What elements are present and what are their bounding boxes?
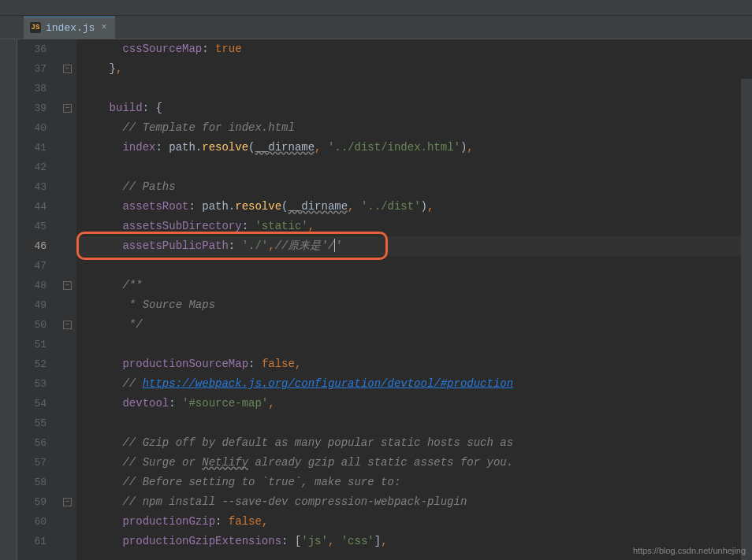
line-number: 40 bbox=[17, 118, 47, 138]
fold-toggle-icon[interactable]: − bbox=[63, 321, 72, 329]
fold-toggle-icon[interactable]: − bbox=[63, 498, 72, 506]
code-line[interactable] bbox=[83, 335, 752, 354]
code-line[interactable]: devtool: '#source-map', bbox=[83, 394, 752, 414]
line-number: 39 bbox=[17, 98, 47, 118]
code-line[interactable]: assetsRoot: path.resolve(__dirname, '../… bbox=[83, 197, 752, 217]
line-number: 56 bbox=[17, 433, 47, 453]
line-number: 41 bbox=[17, 138, 47, 158]
js-file-icon: JS bbox=[30, 22, 41, 33]
code-line[interactable]: productionGzip: false, bbox=[83, 512, 752, 532]
line-number-gutter[interactable]: 36 37 38 39 40 41 42 43 44 45 46 47 48 4… bbox=[17, 39, 61, 560]
line-number: 42 bbox=[17, 158, 47, 177]
watermark-text: https://blog.csdn.net/unhejing bbox=[633, 546, 746, 555]
code-editor[interactable]: cssSourceMap: true }, build: { // Templa… bbox=[76, 39, 752, 560]
editor-tab-bar: JS index.js × bbox=[0, 16, 752, 39]
code-line[interactable]: /** bbox=[83, 276, 752, 295]
line-number: 43 bbox=[17, 177, 47, 197]
line-number: 37 bbox=[17, 59, 47, 79]
vertical-scrollbar[interactable] bbox=[741, 79, 752, 560]
code-line[interactable]: // Gzip off by default as many popular s… bbox=[83, 433, 752, 453]
code-line[interactable] bbox=[83, 79, 752, 98]
fold-toggle-icon[interactable]: − bbox=[63, 104, 72, 113]
line-number: 50 bbox=[17, 315, 47, 335]
code-line[interactable]: assetsSubDirectory: 'static', bbox=[83, 217, 752, 236]
line-number-current: 46 bbox=[17, 236, 47, 256]
code-line[interactable] bbox=[83, 158, 752, 177]
line-number: 61 bbox=[17, 532, 47, 551]
line-number: 51 bbox=[17, 335, 47, 354]
close-icon[interactable]: × bbox=[99, 22, 108, 33]
code-line[interactable]: // Before setting to `true`, make sure t… bbox=[83, 473, 752, 492]
text-caret bbox=[334, 239, 335, 252]
code-line[interactable] bbox=[83, 256, 752, 276]
tool-window-stripe[interactable] bbox=[0, 39, 17, 560]
code-line[interactable] bbox=[83, 414, 752, 433]
tab-label: index.js bbox=[46, 22, 95, 34]
code-line[interactable]: }, bbox=[83, 59, 752, 79]
window-top-bar bbox=[0, 0, 752, 16]
line-number: 60 bbox=[17, 512, 47, 532]
code-line[interactable]: // npm install --save-dev compression-we… bbox=[83, 492, 752, 512]
fold-toggle-icon[interactable]: − bbox=[63, 65, 72, 73]
code-line[interactable]: build: { bbox=[83, 98, 752, 118]
tab-index-js[interactable]: JS index.js × bbox=[24, 17, 115, 39]
fold-gutter: − − − − − bbox=[61, 39, 76, 560]
code-line[interactable]: // Paths bbox=[83, 177, 752, 197]
line-number: 38 bbox=[17, 79, 47, 98]
line-number: 47 bbox=[17, 256, 47, 276]
line-number: 45 bbox=[17, 217, 47, 236]
code-line[interactable]: index: path.resolve(__dirname, '../dist/… bbox=[83, 138, 752, 158]
line-number: 48 bbox=[17, 276, 47, 295]
line-number: 49 bbox=[17, 295, 47, 315]
line-number: 52 bbox=[17, 354, 47, 374]
fold-toggle-icon[interactable]: − bbox=[63, 281, 72, 290]
line-number: 57 bbox=[17, 453, 47, 473]
code-line[interactable]: // Template for index.html bbox=[83, 118, 752, 138]
code-line[interactable]: // Surge or Netlify already gzip all sta… bbox=[83, 453, 752, 473]
line-number: 54 bbox=[17, 394, 47, 414]
line-number: 36 bbox=[17, 39, 47, 59]
code-line-current[interactable]: assetsPublicPath: './',//原来是'/' bbox=[83, 236, 752, 256]
code-line[interactable]: cssSourceMap: true bbox=[83, 39, 752, 59]
line-number: 55 bbox=[17, 414, 47, 433]
code-line[interactable]: productionSourceMap: false, bbox=[83, 354, 752, 374]
line-number: 53 bbox=[17, 374, 47, 394]
code-line[interactable]: */ bbox=[83, 315, 752, 335]
line-number: 58 bbox=[17, 473, 47, 492]
editor-area: 36 37 38 39 40 41 42 43 44 45 46 47 48 4… bbox=[0, 39, 752, 560]
code-line[interactable]: * Source Maps bbox=[83, 295, 752, 315]
line-number: 44 bbox=[17, 197, 47, 217]
code-line[interactable]: // https://webpack.js.org/configuration/… bbox=[83, 374, 752, 394]
line-number: 59 bbox=[17, 492, 47, 512]
